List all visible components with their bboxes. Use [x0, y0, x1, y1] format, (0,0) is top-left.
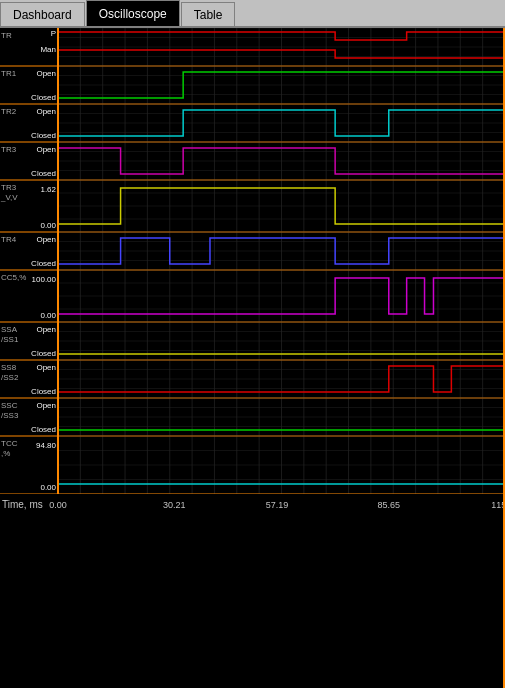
tab-dashboard[interactable]: Dashboard [0, 2, 85, 26]
tab-bar: Dashboard Oscilloscope Table [0, 0, 505, 28]
tab-table[interactable]: Table [181, 2, 236, 26]
oscilloscope-main [0, 28, 505, 688]
tab-oscilloscope[interactable]: Oscilloscope [86, 0, 180, 26]
oscilloscope-canvas [0, 28, 505, 688]
